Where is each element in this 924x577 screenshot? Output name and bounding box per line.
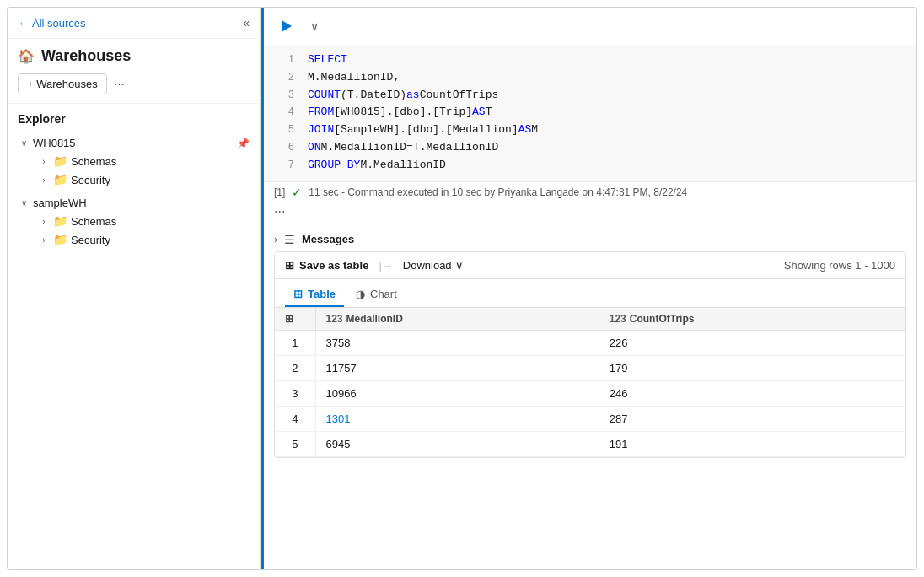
code-line-3: 3 COUNT(T.DateID) as CountOfTrips: [264, 87, 916, 105]
col-header-count-of-trips: 123CountOfTrips: [599, 308, 905, 331]
samplewh-label: sampleWH: [33, 197, 250, 209]
tree-item-wh0815[interactable]: ∨ WH0815 📌: [18, 134, 250, 152]
save-as-table-button[interactable]: ⊞ Save as table: [285, 259, 368, 272]
row-num: 1: [275, 330, 315, 355]
warehouses-icon: 🏠: [18, 48, 35, 64]
count-value: 179: [599, 355, 905, 380]
showing-rows-label: Showing rows 1 - 1000: [784, 259, 895, 272]
tab-chart[interactable]: ◑ Chart: [347, 283, 406, 307]
warehouses-section: 🏠 Warehouses + Warehouses ···: [8, 39, 260, 104]
query-status-bar: [1] ✓ 11 sec - Command executed in 10 se…: [264, 181, 916, 202]
success-icon: ✓: [292, 186, 302, 199]
more-results-indicator: ···: [264, 202, 916, 221]
code-line-1: 1 SELECT: [264, 51, 916, 69]
main-content: ∨ 1 SELECT 2 M.MedallionID, 3 COUNT(T.Da…: [261, 8, 916, 569]
samplewh-children: › 📁 Schemas › 📁 Security: [38, 212, 250, 249]
schemas-label: Schemas: [71, 155, 250, 168]
add-warehouse-button[interactable]: + Warehouses: [18, 73, 107, 94]
table-row: 3 10966 246: [275, 380, 905, 406]
code-line-5: 5 JOIN [SampleWH].[dbo].[Medallion] AS M: [264, 121, 916, 139]
editor-panel: ∨ 1 SELECT 2 M.MedallionID, 3 COUNT(T.Da…: [264, 8, 916, 569]
toolbar-divider: |→: [379, 259, 392, 272]
table-grid-icon: ⊞: [285, 259, 294, 272]
table-row: 2 11757 179: [275, 355, 905, 380]
medallion-id-value[interactable]: 1301: [315, 406, 599, 431]
tree-item-samplewh-schemas[interactable]: › 📁 Schemas: [38, 212, 250, 230]
tree-item-samplewh[interactable]: ∨ sampleWH: [18, 194, 250, 212]
messages-icon: ☰: [284, 233, 295, 246]
grid-icon: ⊞: [285, 313, 293, 325]
security-label: Security: [71, 174, 250, 186]
table-row: 4 1301 287: [275, 406, 905, 431]
run-dropdown-button[interactable]: ∨: [304, 14, 325, 38]
security-label: Security: [71, 234, 250, 246]
medallion-id-value: 11757: [315, 355, 599, 380]
warehouses-title-row: 🏠 Warehouses: [18, 47, 250, 65]
chevron-right-icon: ›: [38, 175, 50, 185]
back-button[interactable]: ← All sources: [18, 17, 236, 30]
code-line-6: 6 ON M.MedallionID=T.MedallionID: [264, 139, 916, 157]
results-panel: › ☰ Messages ⊞ Save as table |→ Downl: [264, 221, 916, 569]
code-line-7: 7 GROUP BY M.MedallionID: [264, 157, 916, 175]
pin-icon: 📌: [237, 138, 250, 149]
tab-table-label: Table: [308, 288, 336, 300]
col-header-medallion-id: 123MedallionID: [315, 308, 599, 331]
view-tabs: ⊞ Table ◑ Chart: [275, 279, 905, 308]
back-label: All sources: [32, 17, 86, 30]
table-row: 5 6945 191: [275, 431, 905, 456]
messages-row[interactable]: › ☰ Messages: [274, 228, 906, 251]
tree-item-wh0815-schemas[interactable]: › 📁 Schemas: [38, 152, 250, 170]
query-toolbar: ∨: [264, 8, 916, 45]
chevron-right-icon: ›: [38, 157, 50, 166]
table-icon: ⊞: [293, 288, 303, 300]
folder-icon: 📁: [53, 173, 67, 186]
results-toolbar: ⊞ Save as table |→ Download ∨ Showing ro…: [275, 252, 905, 279]
tab-chart-label: Chart: [370, 288, 397, 300]
tree-item-wh0815-security[interactable]: › 📁 Security: [38, 170, 250, 189]
explorer-section: Explorer ∨ WH0815 📌 › 📁 Schemas ›: [8, 104, 260, 569]
count-value: 226: [599, 330, 905, 355]
messages-label: Messages: [302, 233, 354, 245]
chevron-down-icon: ∨: [455, 259, 464, 272]
schemas-label: Schemas: [71, 215, 250, 228]
medallion-id-value: 10966: [315, 380, 599, 406]
save-table-label: Save as table: [299, 259, 368, 272]
warehouses-actions: + Warehouses ···: [18, 73, 250, 94]
count-value: 246: [599, 380, 905, 406]
col-header-row-num: ⊞: [275, 308, 315, 331]
back-arrow-icon: ←: [18, 17, 29, 30]
folder-icon: 📁: [53, 214, 67, 228]
status-text: 11 sec - Command executed in 10 sec by P…: [309, 186, 687, 198]
chevron-right-icon: ›: [38, 217, 50, 226]
results-table-container: ⊞ Save as table |→ Download ∨ Showing ro…: [274, 251, 906, 458]
chevron-down-icon: ∨: [18, 138, 30, 148]
code-line-4: 4 FROM [WH0815].[dbo].[Trip] AS T: [264, 104, 916, 121]
wh0815-label: WH0815: [33, 137, 234, 149]
query-editor[interactable]: 1 SELECT 2 M.MedallionID, 3 COUNT(T.Date…: [264, 45, 916, 181]
count-value: 191: [599, 431, 905, 456]
collapse-button[interactable]: «: [243, 16, 250, 30]
tab-table[interactable]: ⊞ Table: [285, 283, 344, 307]
tree-item-samplewh-security[interactable]: › 📁 Security: [38, 230, 250, 249]
medallion-id-value: 3758: [315, 330, 599, 355]
code-line-2: 2 M.MedallionID,: [264, 69, 916, 87]
count-value: 287: [599, 406, 905, 431]
row-num: 2: [275, 355, 315, 380]
sidebar: ← All sources « 🏠 Warehouses + Warehouse…: [8, 8, 261, 569]
more-options-button[interactable]: ···: [114, 77, 125, 92]
table-row: 1 3758 226: [275, 330, 905, 355]
sidebar-header: ← All sources «: [8, 8, 260, 39]
wh0815-children: › 📁 Schemas › 📁 Security: [38, 152, 250, 189]
folder-icon: 📁: [53, 233, 67, 246]
row-num: 3: [275, 380, 315, 406]
data-table: ⊞ 123MedallionID 123CountOfTrips: [275, 308, 905, 457]
download-label: Download: [403, 259, 452, 272]
row-num: 5: [275, 431, 315, 456]
result-set-label: [1]: [274, 186, 285, 198]
number-icon: 123: [610, 313, 626, 325]
number-icon: 123: [326, 313, 343, 325]
warehouses-heading: Warehouses: [41, 47, 131, 65]
run-query-button[interactable]: [274, 14, 298, 38]
wh-group-samplewh: ∨ sampleWH › 📁 Schemas › 📁 Security: [18, 194, 250, 249]
download-button[interactable]: Download ∨: [403, 259, 464, 272]
